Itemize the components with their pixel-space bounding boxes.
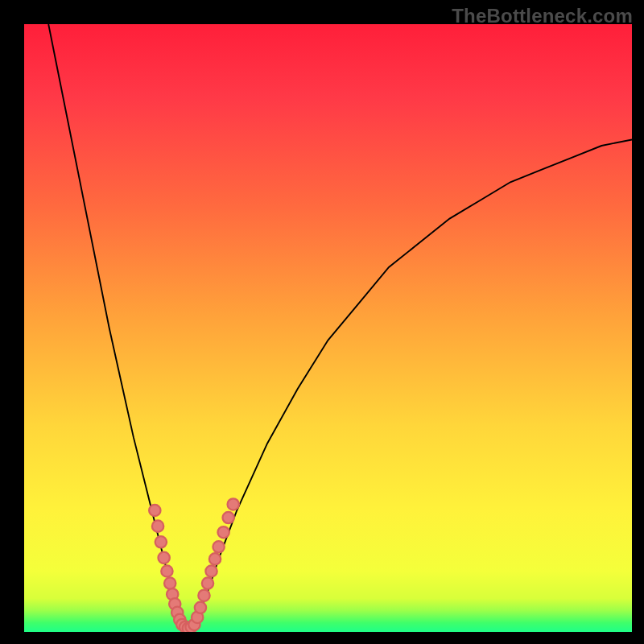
data-point	[213, 541, 224, 552]
bottleneck-curve	[24, 24, 632, 632]
data-point	[152, 520, 163, 531]
data-point	[161, 565, 172, 576]
plot-area	[24, 24, 632, 632]
data-point	[155, 536, 167, 547]
data-point	[202, 577, 213, 588]
data-point	[228, 498, 239, 510]
data-point-cluster	[149, 498, 239, 632]
data-point	[149, 505, 160, 516]
chart-frame: TheBottleneck.com	[0, 0, 644, 644]
data-point	[198, 590, 209, 601]
data-point	[205, 565, 217, 576]
data-point	[217, 526, 229, 538]
data-point	[209, 553, 221, 564]
data-point	[195, 602, 206, 613]
data-point	[158, 552, 169, 564]
data-point	[164, 577, 175, 588]
curve-right-branch	[194, 139, 632, 625]
data-point	[223, 512, 234, 523]
